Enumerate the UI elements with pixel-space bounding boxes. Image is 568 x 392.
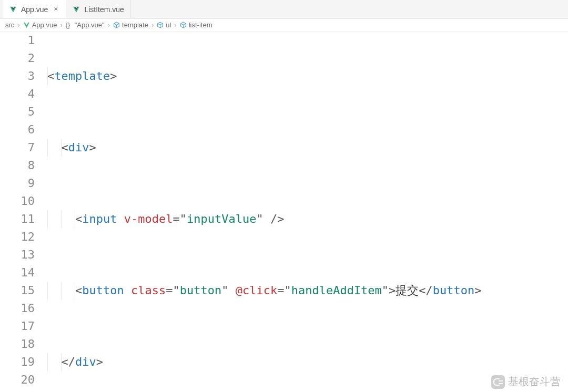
line-number: 5: [0, 103, 35, 121]
line-number: 13: [0, 246, 35, 264]
code-line: <template>: [47, 67, 568, 85]
breadcrumb-item[interactable]: ul: [166, 21, 171, 29]
line-number: 17: [0, 317, 35, 335]
watermark-text: 基根奋斗营: [508, 375, 561, 389]
cube-icon: [157, 22, 164, 28]
line-number: 11: [0, 210, 35, 228]
vue-file-icon: [9, 6, 17, 13]
breadcrumb-item[interactable]: App.vue: [32, 21, 57, 29]
braces-icon: {}: [66, 22, 73, 28]
line-number: 3: [0, 67, 35, 85]
line-number: 19: [0, 353, 35, 371]
wechat-icon: [491, 375, 505, 389]
line-number: 14: [0, 264, 35, 282]
tab-listitem-vue[interactable]: ListItem.vue: [66, 0, 130, 18]
line-number: 16: [0, 300, 35, 317]
line-number: 18: [0, 335, 35, 353]
code-editor[interactable]: 1234567891011121314151617181920 <templat…: [0, 32, 568, 392]
code-area[interactable]: <template> <div> <input v-model="inputVa…: [47, 32, 568, 392]
vue-file-icon: [73, 6, 80, 13]
chevron-right-icon: ›: [16, 21, 21, 29]
tab-label: App.vue: [21, 5, 48, 14]
line-number: 2: [0, 49, 35, 67]
line-number: 12: [0, 228, 35, 246]
line-number: 4: [0, 85, 35, 103]
line-number: 9: [0, 174, 35, 192]
line-number-gutter: 1234567891011121314151617181920: [0, 32, 47, 392]
watermark: 基根奋斗营: [491, 375, 561, 389]
chevron-right-icon: ›: [107, 21, 111, 29]
code-line: </div>: [47, 353, 568, 371]
chevron-right-icon: ›: [59, 21, 63, 29]
line-number: 1: [0, 32, 35, 49]
line-number: 15: [0, 282, 35, 300]
line-number: 10: [0, 192, 35, 210]
code-line: <div>: [47, 139, 568, 157]
breadcrumb: src › App.vue › {} "App.vue" › template …: [0, 19, 568, 32]
close-icon[interactable]: ×: [52, 6, 59, 13]
vue-file-icon: [23, 22, 30, 28]
tab-label: ListItem.vue: [84, 5, 124, 14]
tab-bar: App.vue × ListItem.vue: [0, 0, 568, 19]
code-line: <button class="button" @click="handleAdd…: [47, 282, 568, 300]
chevron-right-icon: ›: [173, 21, 177, 29]
breadcrumb-item[interactable]: "App.vue": [75, 21, 105, 29]
line-number: 20: [0, 371, 35, 389]
chevron-right-icon: ›: [150, 21, 155, 29]
breadcrumb-item[interactable]: list-item: [189, 21, 212, 29]
cube-icon: [180, 22, 187, 28]
tab-app-vue[interactable]: App.vue ×: [3, 0, 66, 18]
line-number: 8: [0, 157, 35, 174]
code-line: <input v-model="inputValue" />: [47, 210, 568, 228]
cube-icon: [113, 22, 120, 28]
breadcrumb-item[interactable]: template: [122, 21, 148, 29]
breadcrumb-item[interactable]: src: [5, 21, 14, 29]
line-number: 7: [0, 139, 35, 157]
line-number: 6: [0, 121, 35, 139]
